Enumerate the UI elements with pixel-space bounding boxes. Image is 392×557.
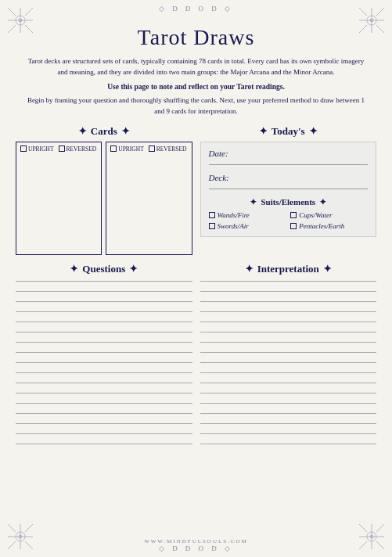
svg-line-28	[359, 524, 367, 532]
todays-diamond-right: ✦	[309, 125, 318, 138]
suits-section-label: Suits/Elements	[261, 197, 315, 207]
i-line-6	[200, 332, 377, 332]
q-line-13	[16, 403, 192, 404]
q-line-16	[16, 433, 192, 434]
q-line-7	[16, 342, 192, 343]
wands-checkbox[interactable]	[209, 212, 215, 218]
suits-diamond-left: ✦	[250, 197, 257, 207]
page-title: Tarot Draws	[16, 25, 376, 50]
i-line-11	[200, 383, 377, 383]
interp-diamond-right: ✦	[323, 263, 332, 275]
q-line-5	[16, 322, 192, 322]
interpretation-col: ✦ Interpretation ✦	[200, 263, 377, 444]
questions-diamond-left: ✦	[70, 263, 78, 275]
i-line-16	[200, 433, 377, 434]
svg-line-29	[376, 524, 384, 532]
q-line-1	[16, 281, 192, 282]
deck-label: Deck:	[209, 173, 369, 182]
svg-line-6	[8, 25, 16, 33]
questions-section-label: Questions	[82, 263, 125, 275]
todays-box: Date: Deck: ✦ Suits/Elements ✦	[200, 142, 377, 237]
cups-checkbox[interactable]	[290, 212, 297, 218]
interpretation-section-label: Interpretation	[257, 263, 319, 275]
i-line-14	[200, 413, 377, 414]
todays-section-header: ✦ Today's ✦	[200, 125, 377, 138]
q-line-14	[16, 413, 192, 414]
date-label: Date:	[209, 149, 369, 158]
q-line-9	[16, 362, 192, 363]
i-line-5	[200, 322, 377, 322]
swords-checkbox[interactable]	[209, 223, 215, 229]
q-line-3	[16, 301, 192, 302]
reversed-label-1[interactable]: REVERSED	[59, 146, 97, 153]
diamond-icon-right: ✦	[121, 125, 130, 138]
cards-grid: UPRIGHT REVERSED UPRIGHT	[16, 142, 192, 255]
svg-point-27	[370, 535, 373, 538]
suits-diamond-right: ✦	[319, 197, 326, 207]
reversed-checkbox-1[interactable]	[59, 146, 65, 152]
reversed-checkbox-2[interactable]	[149, 146, 155, 152]
questions-col: ✦ Questions ✦	[16, 263, 192, 444]
i-line-9	[200, 362, 377, 363]
cards-section-label: Cards	[91, 125, 117, 138]
questions-lines	[16, 281, 192, 444]
q-line-11	[16, 383, 192, 383]
corner-tl	[6, 6, 34, 34]
border-bottom-dots: ◇ D D O D ◇	[159, 544, 233, 552]
reversed-label-2[interactable]: REVERSED	[149, 146, 187, 153]
svg-line-12	[359, 8, 367, 16]
wands-label: Wands/Fire	[218, 211, 250, 219]
todays-column: ✦ Today's ✦ Date: Deck: ✦ Suits/Elem	[200, 125, 377, 255]
svg-point-3	[19, 19, 22, 22]
suit-item-cups[interactable]: Cups/Water	[290, 211, 368, 219]
i-line-13	[200, 403, 377, 404]
upright-text-1: UPRIGHT	[28, 146, 54, 153]
suit-item-swords[interactable]: Swords/Air	[209, 222, 286, 230]
svg-line-7	[25, 25, 33, 33]
q-line-15	[16, 423, 192, 424]
upright-label-1[interactable]: UPRIGHT	[20, 146, 54, 153]
svg-line-13	[376, 8, 384, 16]
page: ◇ D D O D ◇	[0, 0, 392, 557]
q-line-10	[16, 372, 192, 373]
corner-br	[358, 523, 386, 551]
deck-line	[209, 189, 369, 189]
upright-text-2: UPRIGHT	[118, 146, 144, 153]
highlight-text: Use this page to note and reflect on you…	[16, 83, 376, 91]
i-line-17	[200, 444, 377, 444]
i-line-12	[200, 393, 377, 393]
suits-header: ✦ Suits/Elements ✦	[209, 197, 369, 207]
questions-section-header: ✦ Questions ✦	[16, 263, 192, 275]
sub-text: Begin by framing your question and thoro…	[16, 95, 376, 117]
upright-checkbox-2[interactable]	[110, 146, 117, 152]
cards-section-header: ✦ Cards ✦	[16, 125, 192, 138]
svg-line-4	[8, 8, 16, 16]
i-line-1	[200, 281, 377, 282]
q-line-6	[16, 332, 192, 332]
upright-label-2[interactable]: UPRIGHT	[110, 146, 144, 153]
q-line-12	[16, 393, 192, 393]
svg-line-30	[359, 541, 367, 549]
cards-column: ✦ Cards ✦ UPRIGHT REVERSED	[16, 125, 192, 255]
svg-point-19	[19, 535, 22, 538]
upright-checkbox-1[interactable]	[20, 146, 27, 152]
svg-line-21	[25, 524, 33, 532]
q-line-17	[16, 444, 192, 444]
svg-line-23	[25, 541, 33, 549]
suit-item-pentacles[interactable]: Pentacles/Earth	[290, 222, 368, 230]
i-line-7	[200, 342, 377, 343]
todays-section-label: Today's	[272, 125, 305, 138]
reversed-text-1: REVERSED	[67, 146, 97, 153]
interpretation-section-header: ✦ Interpretation ✦	[200, 263, 377, 275]
footer-text: WWW.MINDFULSOULS.COM	[144, 538, 248, 544]
suit-item-wands[interactable]: Wands/Fire	[209, 211, 286, 219]
pentacles-checkbox[interactable]	[290, 223, 297, 229]
questions-diamond-right: ✦	[129, 263, 138, 275]
card-column-2: UPRIGHT REVERSED	[106, 142, 192, 255]
svg-line-15	[376, 25, 384, 33]
q-line-8	[16, 352, 192, 353]
pentacles-label: Pentacles/Earth	[299, 222, 344, 230]
card-col-2-header: UPRIGHT REVERSED	[106, 142, 191, 156]
cards-todays-row: ✦ Cards ✦ UPRIGHT REVERSED	[16, 125, 376, 255]
svg-line-22	[8, 541, 16, 549]
